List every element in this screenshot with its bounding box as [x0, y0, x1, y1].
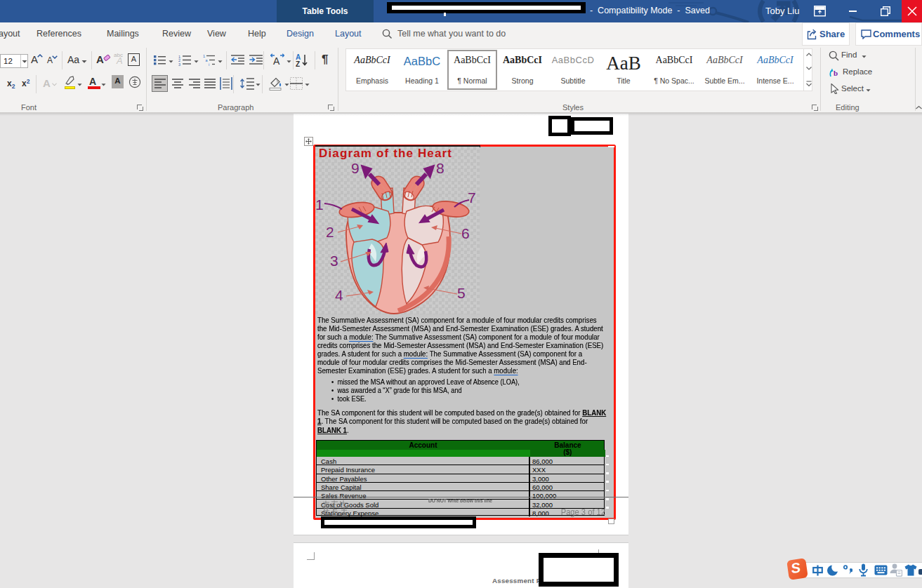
svg-text:5: 5	[457, 285, 466, 301]
svg-text:6: 6	[461, 225, 470, 241]
svg-text:8: 8	[436, 160, 444, 176]
svg-text:2: 2	[326, 224, 334, 240]
svg-text:3: 3	[178, 62, 180, 67]
svg-text:3: 3	[330, 253, 338, 269]
svg-text:b: b	[834, 69, 838, 77]
svg-text:9: 9	[351, 160, 360, 176]
svg-text:7: 7	[468, 189, 476, 206]
svg-text:i: i	[209, 62, 209, 67]
svg-text:A: A	[273, 55, 280, 66]
svg-text:Diagram of the Heart: Diagram of the Heart	[319, 147, 452, 160]
svg-text:4: 4	[335, 287, 343, 303]
svg-text:1: 1	[315, 196, 324, 213]
svg-text:Z: Z	[296, 60, 300, 67]
svg-text:a: a	[206, 58, 209, 62]
